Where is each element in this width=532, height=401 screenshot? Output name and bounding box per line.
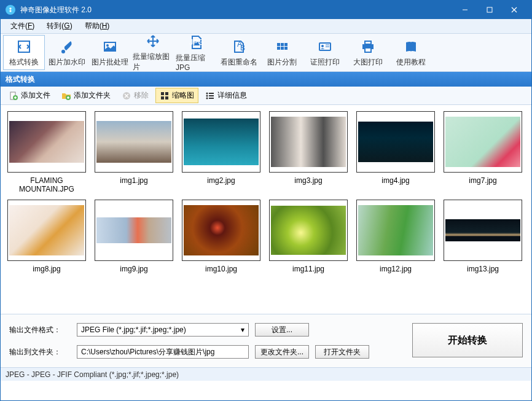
- add-file-button[interactable]: 添加文件: [4, 88, 55, 103]
- menu-file[interactable]: 文件(F): [4, 20, 41, 33]
- action-bar: 添加文件 添加文件夹 移除 缩略图 详细信息: [1, 87, 531, 105]
- thumb-image: [96, 121, 171, 163]
- book-icon: [402, 38, 420, 55]
- thumb-image: [445, 117, 520, 167]
- tool-tutorial[interactable]: 使用教程: [390, 35, 432, 70]
- chevron-down-icon: ▾: [241, 325, 244, 334]
- brush-icon: [58, 38, 76, 55]
- svg-text:JPG: JPG: [189, 38, 203, 47]
- thumb-box: [269, 200, 348, 261]
- output-format-label: 输出文件格式：: [9, 325, 71, 335]
- main-toolbar: 格式转换 图片加水印 图片批处理 批量缩放图片 JPG 批量压缩JPG AB 看…: [1, 34, 531, 72]
- settings-button[interactable]: 设置...: [255, 323, 309, 337]
- window-title: 神奇图像处理软件 2.0: [20, 5, 453, 15]
- change-folder-button[interactable]: 更改文件夹...: [255, 345, 309, 359]
- thumb-item[interactable]: img7.jpg: [439, 111, 526, 193]
- thumb-image: [271, 117, 346, 167]
- thumb-item[interactable]: img1.jpg: [90, 111, 178, 193]
- tool-big-print[interactable]: 大图打印: [347, 35, 389, 70]
- svg-rect-22: [365, 41, 371, 44]
- maximize-button[interactable]: [477, 1, 502, 19]
- thumb-box: [7, 200, 86, 261]
- list-icon: [205, 91, 215, 101]
- section-header: 格式转换: [1, 72, 531, 87]
- id-card-icon: [316, 38, 334, 55]
- tool-split[interactable]: 图片分割: [261, 35, 303, 70]
- output-folder-label: 输出到文件夹：: [9, 347, 71, 357]
- thumb-box: [356, 111, 435, 173]
- thumb-box: [7, 111, 86, 173]
- svg-rect-4: [18, 41, 29, 52]
- thumb-box: [95, 200, 173, 261]
- thumb-item[interactable]: img13.jpg: [439, 200, 526, 273]
- thumb-item[interactable]: FLAMING MOUNTAIN.JPG: [3, 111, 90, 193]
- thumb-filename: img9.jpg: [120, 265, 147, 273]
- section-title: 格式转换: [6, 74, 35, 85]
- thumb-filename: img12.jpg: [380, 265, 412, 273]
- thumb-box: [444, 111, 522, 173]
- thumb-box: [182, 200, 260, 261]
- tool-batch[interactable]: 图片批处理: [89, 35, 131, 70]
- thumb-box: [269, 111, 348, 173]
- svg-rect-30: [165, 92, 168, 95]
- thumb-filename: img2.jpg: [207, 176, 235, 185]
- thumb-box: [95, 111, 173, 173]
- thumb-box: [182, 111, 260, 173]
- add-folder-button[interactable]: 添加文件夹: [57, 88, 115, 103]
- output-format-dropdown[interactable]: JPEG File (*.jpg;*.jif;*.jpeg;*.jpe) ▾: [77, 323, 249, 337]
- svg-rect-24: [365, 48, 371, 52]
- open-folder-button[interactable]: 打开文件夹: [315, 345, 369, 359]
- thumb-filename: img11.jpg: [292, 265, 324, 273]
- thumb-image: [358, 122, 433, 162]
- remove-button[interactable]: 移除: [117, 88, 153, 103]
- tool-watermark[interactable]: 图片加水印: [46, 35, 88, 70]
- menu-help[interactable]: 帮助(H): [79, 20, 116, 33]
- minimize-button[interactable]: [453, 1, 477, 19]
- tool-rename[interactable]: AB 看图重命名: [218, 35, 260, 70]
- svg-point-19: [321, 45, 324, 47]
- tool-compress-jpg[interactable]: JPG 批量压缩JPG: [175, 35, 217, 70]
- close-button[interactable]: [502, 1, 526, 19]
- file-add-icon: [9, 91, 18, 101]
- thumb-item[interactable]: img10.jpg: [178, 200, 265, 273]
- output-folder-input[interactable]: [77, 345, 249, 359]
- svg-rect-12: [277, 43, 280, 46]
- svg-rect-15: [277, 47, 280, 50]
- thumb-filename: img13.jpg: [467, 265, 499, 273]
- tool-format-convert[interactable]: 格式转换: [3, 35, 45, 70]
- thumb-item[interactable]: img12.jpg: [352, 200, 439, 273]
- thumb-item[interactable]: img9.jpg: [90, 200, 178, 273]
- printer-icon: [359, 38, 377, 55]
- svg-point-5: [61, 50, 65, 53]
- grid-icon: [273, 38, 291, 55]
- svg-point-37: [206, 97, 208, 99]
- details-view-button[interactable]: 详细信息: [201, 88, 251, 103]
- thumb-image: [184, 205, 259, 255]
- menubar: 文件(F) 转到(G) 帮助(H): [1, 19, 531, 34]
- tool-id-print[interactable]: 证照打印: [304, 35, 346, 70]
- thumb-image: [96, 217, 171, 243]
- tool-resize[interactable]: 批量缩放图片: [132, 35, 174, 70]
- thumb-item[interactable]: img2.jpg: [178, 111, 265, 193]
- remove-icon: [122, 91, 131, 101]
- thumb-filename: FLAMING MOUNTAIN.JPG: [3, 176, 90, 193]
- start-convert-button[interactable]: 开始转换: [412, 323, 523, 357]
- thumb-image: [358, 205, 433, 255]
- svg-point-33: [206, 92, 208, 94]
- thumb-filename: img7.jpg: [469, 176, 496, 185]
- thumb-item[interactable]: img3.jpg: [265, 111, 352, 193]
- thumb-image: [184, 119, 259, 165]
- thumb-item[interactable]: img4.jpg: [352, 111, 439, 193]
- thumbnails-area[interactable]: FLAMING MOUNTAIN.JPGimg1.jpgimg2.jpgimg3…: [1, 105, 531, 314]
- thumbnail-view-button[interactable]: 缩略图: [155, 88, 198, 103]
- thumb-filename: img10.jpg: [205, 265, 237, 273]
- svg-rect-1: [487, 7, 492, 12]
- bottom-panel: 输出文件格式： JPEG File (*.jpg;*.jif;*.jpeg;*.…: [1, 314, 531, 367]
- app-icon: [6, 5, 15, 15]
- image-icon: [101, 38, 119, 55]
- svg-rect-29: [161, 92, 164, 95]
- menu-goto[interactable]: 转到(G): [41, 20, 78, 33]
- thumb-item[interactable]: img11.jpg: [265, 200, 352, 273]
- thumb-item[interactable]: img8.jpg: [3, 200, 90, 273]
- thumb-image: [9, 121, 84, 163]
